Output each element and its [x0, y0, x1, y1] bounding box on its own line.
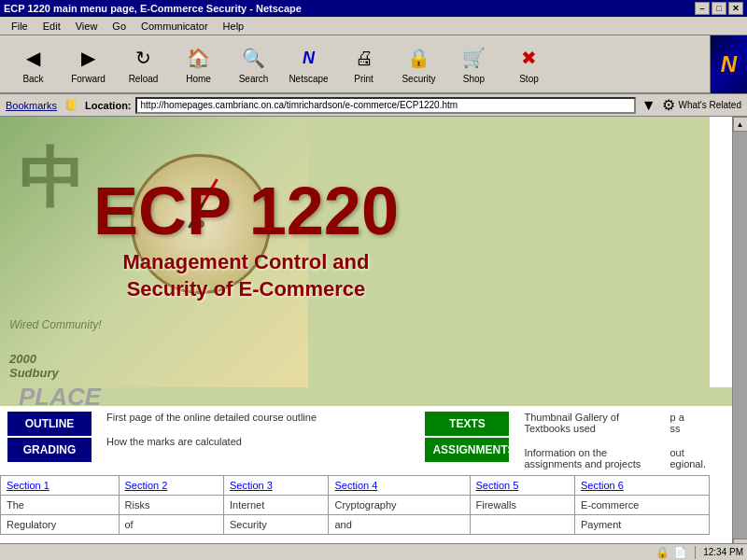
maximize-button[interactable]: □ — [712, 2, 726, 15]
section-3-header[interactable]: Section 3 — [223, 476, 328, 496]
section-4-header[interactable]: Section 4 — [329, 476, 470, 496]
netscape-label: Netscape — [289, 74, 328, 84]
stop-icon: ✖ — [515, 44, 543, 72]
security-label: Security — [402, 74, 435, 84]
assignments-button[interactable]: ASSIGNMENTS — [425, 438, 509, 462]
section-5-row2 — [470, 515, 574, 535]
close-button[interactable]: ✕ — [728, 2, 743, 15]
forward-label: Forward — [71, 74, 106, 84]
extra4: egional. — [669, 458, 706, 469]
back-label: Back — [22, 74, 43, 84]
netscape-logo: N — [710, 35, 747, 93]
scroll-track — [733, 132, 748, 539]
netscape-button[interactable]: N Netscape — [283, 40, 334, 89]
assignments-info-text: Information on the assignments and proje… — [524, 447, 658, 469]
security-icon: 🔒 — [405, 44, 433, 72]
status-right: 🔒 📄 12:34 PM — [655, 546, 743, 559]
actions-area: OUTLINE GRADING First page of the online… — [0, 406, 710, 475]
ecp-subtitle-line2: Security of E-Commerce — [93, 276, 399, 303]
right-actions: TEXTS ASSIGNMENTS — [417, 406, 516, 475]
menu-file[interactable]: File — [4, 19, 35, 34]
section-6-row1: E-commerce — [574, 496, 709, 515]
thumbnail-info: Thumbnail Gallery of Textbooks used Info… — [516, 406, 666, 475]
stop-label: Stop — [519, 74, 539, 84]
content-area: 中 Wired Community! 2000 Sudbury — [0, 117, 747, 553]
section-1-row1: The — [1, 496, 120, 515]
reload-button[interactable]: ↻ Reload — [118, 40, 169, 89]
ecp-overlay: ECP 1220 Management Control and Security… — [93, 173, 399, 302]
texts-button[interactable]: TEXTS — [425, 412, 509, 436]
grading-description: How the marks are calculated — [106, 436, 410, 447]
section-5-header[interactable]: Section 5 — [470, 476, 574, 496]
title-bar: ECP 1220 main menu page, E-Commerce Secu… — [0, 0, 747, 17]
menu-go[interactable]: Go — [105, 19, 134, 34]
menu-bar: File Edit View Go Communicator Help — [0, 17, 747, 35]
section-1-header[interactable]: Section 1 — [1, 476, 120, 496]
search-icon: 🔍 — [240, 44, 268, 72]
section-6-header[interactable]: Section 6 — [574, 476, 709, 496]
outline-description: First page of the online detailed course… — [106, 412, 410, 423]
extra2: ss — [669, 423, 706, 434]
section-4-row1: Cryptography — [329, 496, 470, 515]
extra1: p a — [669, 412, 706, 423]
sudbury-logo: 2000 Sudbury — [9, 352, 59, 380]
section-3-row1: Internet — [223, 496, 328, 515]
grading-button[interactable]: GRADING — [7, 438, 92, 462]
whats-related[interactable]: What's Related — [679, 100, 742, 110]
shop-icon: 🛒 — [460, 44, 488, 72]
home-button[interactable]: 🏠 Home — [173, 40, 224, 89]
stop-button[interactable]: ✖ Stop — [503, 40, 555, 89]
section-2-header[interactable]: Section 2 — [119, 476, 223, 496]
netscape-icon: N — [295, 44, 323, 72]
minimize-button[interactable]: – — [695, 2, 710, 15]
toolbar: ◀ Back ▶ Forward ↻ Reload 🏠 Home 🔍 Searc… — [0, 35, 710, 93]
section-3-row2: Security — [223, 515, 328, 535]
forward-button[interactable]: ▶ Forward — [63, 40, 114, 89]
title-bar-text: ECP 1220 main menu page, E-Commerce Secu… — [4, 3, 302, 14]
menu-view[interactable]: View — [68, 19, 106, 34]
print-icon: 🖨 — [350, 44, 378, 72]
section-6-row2: Payment — [574, 515, 709, 535]
section-1-row2: Regulatory — [1, 515, 120, 535]
security-button[interactable]: 🔒 Security — [393, 40, 444, 89]
print-button[interactable]: 🖨 Print — [338, 40, 389, 89]
location-input[interactable] — [135, 97, 636, 114]
search-button[interactable]: 🔍 Search — [228, 40, 279, 89]
reload-label: Reload — [129, 74, 159, 84]
section-5-row1: Firewalls — [470, 496, 574, 515]
menu-help[interactable]: Help — [216, 19, 252, 34]
home-label: Home — [186, 74, 211, 84]
community-text: Wired Community! — [9, 318, 102, 331]
extra3: out — [669, 447, 706, 458]
left-actions: OUTLINE GRADING — [0, 406, 99, 475]
shop-label: Shop — [463, 74, 485, 84]
menu-edit[interactable]: Edit — [35, 19, 68, 34]
title-bar-controls: – □ ✕ — [695, 2, 743, 15]
place-text: PLACE — [0, 387, 732, 406]
outline-button[interactable]: OUTLINE — [7, 412, 92, 436]
forward-icon: ▶ — [75, 44, 103, 72]
back-icon: ◀ — [20, 44, 48, 72]
scrollbar[interactable]: ▲ ▼ — [732, 117, 747, 553]
section-2-row2: of — [119, 515, 223, 535]
ecp-title: ECP 1220 — [93, 173, 399, 249]
menu-communicator[interactable]: Communicator — [134, 19, 216, 34]
search-label: Search — [239, 74, 269, 84]
section-2-row1: Risks — [119, 496, 223, 515]
print-label: Print — [354, 74, 374, 84]
section-4-row2: and — [329, 515, 470, 535]
clock: 12:34 PM — [703, 547, 743, 557]
reload-icon: ↻ — [130, 44, 158, 72]
hero-banner: 中 Wired Community! 2000 Sudbury — [0, 117, 710, 387]
location-bar: Bookmarks 📒 Location: ▼ ⚙ What's Related — [0, 94, 747, 117]
home-icon: 🏠 — [185, 44, 213, 72]
back-button[interactable]: ◀ Back — [7, 40, 59, 89]
sections-table: Section 1 Section 2 Section 3 Section 4 … — [0, 475, 710, 535]
scroll-up-button[interactable]: ▲ — [733, 117, 748, 132]
shop-button[interactable]: 🛒 Shop — [448, 40, 500, 89]
middle-descriptions: First page of the online detailed course… — [99, 406, 417, 475]
extra-right: p a ss out egional. — [666, 406, 710, 475]
status-divider — [695, 546, 696, 559]
ecp-subtitle-line1: Management Control and — [93, 249, 399, 276]
location-label: Location: — [85, 100, 132, 111]
